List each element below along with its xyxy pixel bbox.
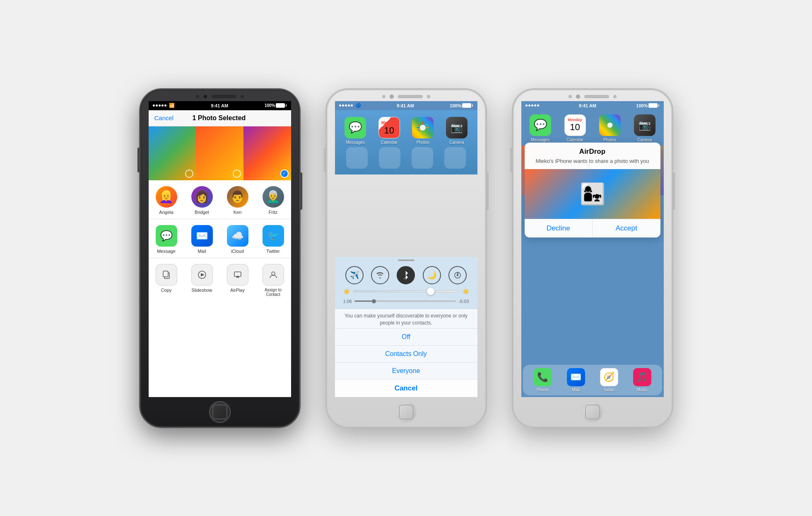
airdrop-off-option[interactable]: Off	[335, 328, 477, 345]
svg-rect-1	[163, 271, 168, 277]
home-button-2[interactable]	[395, 401, 417, 423]
action-slideshow[interactable]: Slideshow	[191, 264, 213, 297]
dock-phone-icon: 📞	[534, 368, 552, 386]
avatar-ken: 👨	[227, 186, 248, 208]
contact-bridget[interactable]: 👩 Bridget	[191, 186, 213, 215]
status-bar-3: 9:41 AM 100%	[521, 101, 664, 110]
hs-calendar: Monday 10 Calendar	[374, 117, 404, 145]
share-header: Cancel 1 Photo Selected	[149, 110, 291, 126]
home-button-1[interactable]	[209, 401, 231, 423]
music-time: 1:06	[343, 299, 352, 304]
dock-music: 🎵 Music	[633, 368, 651, 392]
airdrop-notif-subtitle: Mieko's iPhone wants to share a photo wi…	[525, 157, 660, 169]
p3-camera: 📷 Camera	[629, 114, 660, 142]
hs-camera-label: Camera	[449, 140, 464, 145]
copy-label: Copy	[161, 288, 172, 293]
status-time-2: 9:41 AM	[397, 103, 414, 108]
signal-dots-3	[525, 104, 539, 107]
svg-rect-14	[417, 128, 420, 131]
action-copy[interactable]: Copy	[156, 264, 177, 297]
dock-mail-icon: ✉️	[567, 368, 585, 386]
dock-mail: ✉️ Mail	[567, 368, 585, 392]
share-icloud[interactable]: ☁️ iCloud	[227, 225, 248, 254]
music-remaining: -5:03	[458, 299, 469, 304]
bluetooth-button[interactable]	[397, 266, 415, 284]
share-message[interactable]: 💬 Message	[156, 225, 177, 254]
battery-percent: 100%	[265, 103, 275, 108]
airdrop-everyone-option[interactable]: Everyone	[335, 362, 477, 379]
airplane-button[interactable]: ✈️	[345, 266, 364, 284]
music-progress-fill	[354, 300, 373, 302]
airdrop-action-buttons: Decline Accept	[525, 219, 660, 237]
svg-rect-13	[425, 123, 428, 126]
p3-photos-label: Photos	[603, 138, 616, 142]
assign-contact-icon	[263, 264, 284, 286]
svg-rect-12	[417, 123, 420, 126]
airdrop-decline-button[interactable]: Decline	[525, 219, 593, 237]
twitter-label: Twitter	[266, 249, 280, 254]
contact-fritz[interactable]: 👨‍🦳 Fritz	[263, 186, 284, 215]
home-inner-2	[399, 405, 414, 419]
airdrop-accept-button[interactable]: Accept	[592, 219, 660, 237]
dnd-button[interactable]: 🌙	[423, 266, 441, 284]
copy-icon	[156, 264, 177, 286]
airdrop-contacts-option[interactable]: Contacts Only	[335, 345, 477, 362]
cancel-button[interactable]: Cancel	[154, 114, 174, 121]
battery-percent-3: 100%	[636, 103, 648, 108]
battery-2: 100%	[450, 103, 473, 108]
dock-safari-label: Safari	[603, 388, 614, 392]
svg-point-7	[420, 125, 426, 131]
share-twitter[interactable]: 🐦 Twitter	[263, 225, 284, 254]
speaker	[212, 95, 236, 98]
mail-icon: ✉️	[191, 225, 213, 247]
airdrop-description: You can make yourself discoverable to ev…	[335, 309, 477, 328]
homescreen-bg: 💬 Messages Monday 10 Calendar	[335, 110, 477, 174]
phone-1-top	[140, 90, 299, 101]
airdrop-share-photo: 👩‍👧	[525, 169, 660, 219]
contact-angela[interactable]: 👱‍♀️ Angela	[156, 186, 177, 215]
rotation-button[interactable]	[448, 266, 467, 284]
brightness-thumb	[427, 288, 434, 295]
action-assign-contact[interactable]: Assign to Contact	[263, 264, 284, 297]
wifi-button[interactable]	[371, 266, 389, 284]
battery-indicator: 100%	[265, 103, 287, 108]
dock-safari-icon: 🧭	[600, 368, 618, 386]
contact-name-bridget: Bridget	[195, 210, 209, 215]
photo-thumb-2[interactable]	[196, 126, 243, 180]
speaker-3	[584, 95, 609, 98]
phone-3-screen: 9:41 AM 100% 💬 Messages Monday 10	[521, 101, 664, 397]
phone3-homescreen: 💬 Messages Monday 10 Calendar	[521, 110, 664, 145]
assign-contact-label: Assign to Contact	[265, 288, 282, 297]
app-icons-row: 💬 Message ✉️ Mail ☁️ iCloud 🐦 Twitter	[149, 219, 291, 258]
control-center-panel: ✈️ 🌙 ☀️ ☀️	[335, 257, 477, 397]
signal-dots-2: 🔵	[339, 103, 361, 108]
contact-ken[interactable]: 👨 Ken	[227, 186, 248, 215]
share-mail[interactable]: ✉️ Mail	[191, 225, 213, 254]
camera-icon-3	[576, 94, 580, 99]
icloud-icon: ☁️	[227, 225, 248, 247]
p3-photos-icon	[599, 114, 621, 136]
icloud-label: iCloud	[231, 249, 244, 254]
signal-dots: 📶	[153, 103, 175, 108]
photo-thumb-1[interactable]	[149, 126, 196, 180]
photo-select-circle	[185, 170, 193, 178]
status-time-3: 9:41 AM	[579, 103, 596, 108]
homescreen-icons: 💬 Messages Monday 10 Calendar	[339, 114, 473, 147]
airdrop-cancel-button[interactable]: Cancel	[335, 379, 477, 397]
hs-photos: Photos	[408, 117, 438, 145]
home-button-3[interactable]	[582, 401, 603, 423]
avatar-angela: 👱‍♀️	[156, 186, 177, 208]
action-airplay[interactable]: AirPlay	[227, 264, 248, 297]
cc-buttons-row: ✈️ 🌙	[335, 264, 477, 287]
brightness-slider[interactable]	[353, 291, 459, 292]
speaker-2	[398, 95, 423, 98]
hs-camera: 📷 Camera	[442, 117, 472, 145]
airdrop-notification: AirDrop Mieko's iPhone wants to share a …	[525, 143, 660, 237]
svg-rect-9	[422, 131, 423, 134]
photo-thumb-3[interactable]: ✓	[243, 126, 291, 180]
dock-music-icon: 🎵	[633, 368, 651, 386]
p3-calendar-icon: Monday 10	[564, 114, 586, 136]
p3-calendar-label: Calendar	[566, 138, 583, 142]
dock-phone-label: Phone	[537, 388, 549, 392]
cc-handle	[335, 257, 477, 264]
